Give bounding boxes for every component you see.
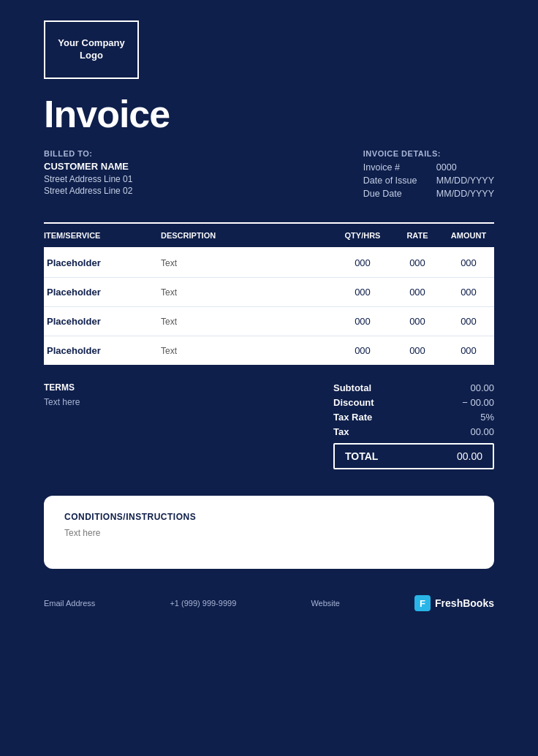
cell-amount-2: 000 <box>443 316 494 327</box>
col-header-desc: DESCRIPTION <box>161 231 333 240</box>
cell-qty-3: 000 <box>333 345 392 356</box>
total-box: TOTAL 00.00 <box>333 443 494 469</box>
cell-amount-3: 000 <box>443 345 494 356</box>
footer-website: Website <box>311 599 340 608</box>
table-body: Placeholder Text 000 000 000 Placeholder… <box>44 249 494 365</box>
customer-name: CUSTOMER NAME <box>44 161 132 172</box>
address-line-1: Street Address Line 01 <box>44 174 132 184</box>
tax-rate-line: Tax Rate 5% <box>333 412 494 423</box>
table-row: Placeholder Text 000 000 000 <box>44 278 494 307</box>
terms-label: TERMS <box>44 382 80 393</box>
freshbooks-name: FreshBooks <box>435 597 494 609</box>
terms-section: TERMS Text here <box>44 382 80 469</box>
footer: Email Address +1 (999) 999-9999 Website … <box>0 595 538 632</box>
col-header-amount: AMOUNT <box>443 231 494 240</box>
table-row: Placeholder Text 000 000 000 <box>44 249 494 278</box>
conditions-label: CONDITIONS/INSTRUCTIONS <box>64 512 474 522</box>
tax-line: Tax 00.00 <box>333 426 494 437</box>
cell-item-2: Placeholder <box>44 316 161 327</box>
discount-line: Discount − 00.00 <box>333 397 494 408</box>
cell-qty-1: 000 <box>333 287 392 298</box>
conditions-box: CONDITIONS/INSTRUCTIONS Text here <box>44 496 494 569</box>
col-header-rate: RATE <box>392 231 443 240</box>
cell-item-0: Placeholder <box>44 257 161 268</box>
cell-desc-2: Text <box>161 317 333 327</box>
invoice-title: Invoice <box>0 79 538 136</box>
table-row: Placeholder Text 000 000 000 <box>44 336 494 365</box>
cell-rate-3: 000 <box>392 345 443 356</box>
invoice-details-label: INVOICE DETAILS: <box>363 149 494 158</box>
cell-rate-2: 000 <box>392 316 443 327</box>
col-header-qty: QTY/HRS <box>333 231 392 240</box>
invoice-table: ITEM/SERVICE DESCRIPTION QTY/HRS RATE AM… <box>44 222 494 365</box>
detail-row-date-issue: Date of Issue MM/DD/YYYY <box>363 175 494 186</box>
footer-email: Email Address <box>44 599 95 608</box>
table-row: Placeholder Text 000 000 000 <box>44 307 494 336</box>
cell-rate-0: 000 <box>392 257 443 268</box>
table-header: ITEM/SERVICE DESCRIPTION QTY/HRS RATE AM… <box>44 222 494 249</box>
cell-qty-0: 000 <box>333 257 392 268</box>
invoice-details-section: INVOICE DETAILS: Invoice # 0000 Date of … <box>363 149 494 202</box>
detail-row-invoice-num: Invoice # 0000 <box>363 162 494 173</box>
footer-phone: +1 (999) 999-9999 <box>170 599 236 608</box>
address-line-2: Street Address Line 02 <box>44 186 132 196</box>
cell-item-1: Placeholder <box>44 287 161 298</box>
billed-to-label: BILLED TO: <box>44 149 132 158</box>
cell-amount-1: 000 <box>443 287 494 298</box>
cell-desc-0: Text <box>161 258 333 268</box>
totals-section: Subtotal 00.00 Discount − 00.00 Tax Rate… <box>333 382 494 469</box>
cell-item-3: Placeholder <box>44 345 161 356</box>
conditions-text: Text here <box>64 528 474 538</box>
billed-to-section: BILLED TO: CUSTOMER NAME Street Address … <box>44 149 132 202</box>
col-header-item: ITEM/SERVICE <box>44 231 161 240</box>
terms-text: Text here <box>44 397 80 407</box>
cell-desc-3: Text <box>161 346 333 356</box>
cell-amount-0: 000 <box>443 257 494 268</box>
detail-row-due-date: Due Date MM/DD/YYYY <box>363 189 494 199</box>
company-logo: Your Company Logo <box>44 20 139 79</box>
subtotal-line: Subtotal 00.00 <box>333 382 494 393</box>
freshbooks-icon: F <box>414 595 431 611</box>
cell-qty-2: 000 <box>333 316 392 327</box>
cell-rate-1: 000 <box>392 287 443 298</box>
cell-desc-1: Text <box>161 287 333 298</box>
freshbooks-logo: F FreshBooks <box>414 595 494 611</box>
